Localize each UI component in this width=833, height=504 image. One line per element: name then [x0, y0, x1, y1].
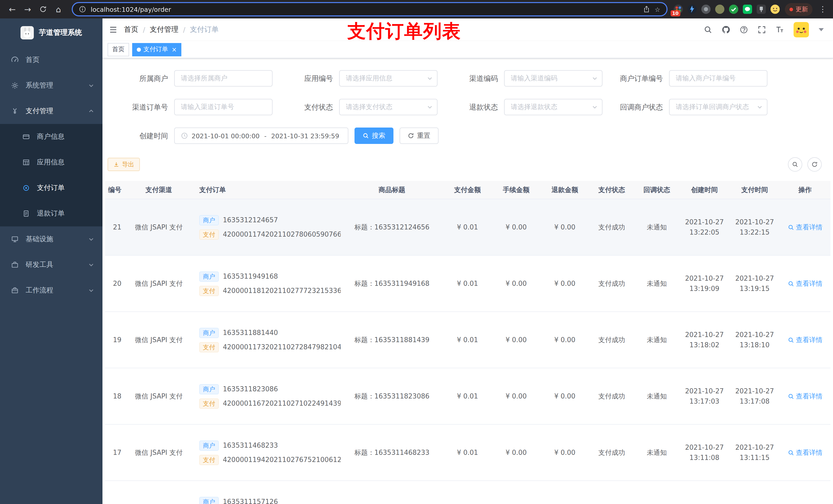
export-button[interactable]: 导出 [108, 158, 140, 171]
browser-back-icon[interactable]: ← [5, 2, 20, 16]
address-bar[interactable]: localhost:1024/pay/order ☆ [72, 2, 668, 16]
active-dot-icon [137, 47, 141, 51]
table-row[interactable]: 19 微信 JSAPI 支付 商户 1635311881440 支付 42000… [105, 312, 830, 368]
channel-order-no: 4200001174202110278060590766 [223, 231, 341, 238]
create-time-range-picker[interactable]: 2021-10-01 00:00:00 - 2021-10-31 23:59:5… [174, 127, 348, 144]
browser-menu-icon[interactable]: ⋮ [818, 5, 828, 14]
merchant-tag: 商户 [199, 271, 219, 282]
merchant-order-line: 商户 1635311881440 [199, 328, 278, 338]
action-cell: 查看详情 [780, 279, 830, 288]
pay-order-cell: 商户 1635312124657 支付 42000011742021102780… [192, 215, 341, 239]
app-logo[interactable]: 芋道管理系统 [0, 19, 102, 47]
pay-tag: 支付 [199, 342, 219, 352]
sidebar-item-dev-tools[interactable]: 研发工具 [0, 252, 102, 278]
pay-time: 2021-10-27 13:11:15 [730, 442, 780, 463]
extension-icon-gray[interactable] [701, 5, 711, 14]
merchant-order-line: 商户 1635312124657 [199, 215, 278, 225]
browser-profile-avatar[interactable] [770, 5, 780, 14]
pay-status-select[interactable]: 请选择支付状态 [339, 99, 437, 115]
pay-status: 支付成功 [589, 279, 634, 288]
extension-icon-blue-spark[interactable] [688, 5, 697, 14]
extension-icon-palette[interactable]: 10 [674, 5, 683, 14]
pay-time: 2021-10-27 13:19:15 [730, 273, 780, 294]
filter-label: 支付状态 [272, 99, 339, 115]
breadcrumb-home[interactable]: 首页 [124, 25, 138, 34]
url-text[interactable]: localhost:1024/pay/order [91, 5, 638, 13]
chevron-down-icon [592, 75, 598, 81]
table-row[interactable]: 18 微信 JSAPI 支付 商户 1635311823086 支付 42000… [105, 368, 830, 425]
extension-icon-olive[interactable] [715, 5, 724, 14]
col-header-create-time: 创建时间 [679, 185, 730, 194]
sidebar-item-refund-order[interactable]: 退款订单 [0, 201, 102, 226]
fullscreen-icon[interactable] [758, 26, 766, 34]
notify-status-select[interactable]: 请选择订单回调商户状态 [669, 99, 767, 115]
view-detail-link[interactable]: 查看详情 [788, 391, 823, 401]
view-detail-link[interactable]: 查看详情 [788, 448, 823, 457]
browser-update-button[interactable]: 更新 [785, 3, 812, 16]
extension-icon-green-check[interactable] [729, 5, 738, 14]
filter-row-1: 所属商户 请选择所属商户 应用编号 请选择应用信息 渠道编码 请输入渠道编码 商… [108, 70, 833, 87]
tab-pay-order[interactable]: 支付订单 × [132, 43, 181, 56]
github-icon[interactable] [722, 26, 730, 34]
col-header-pay-time: 支付时间 [730, 185, 780, 194]
table-row[interactable]: 17 微信 JSAPI 支付 商户 1635311468233 支付 42000… [105, 425, 830, 481]
date-start-value[interactable]: 2021-10-01 00:00:00 [192, 132, 260, 140]
refund-status-select[interactable]: 请选择退款状态 [504, 99, 602, 115]
filter-label: 应用编号 [272, 70, 339, 87]
browser-reload-icon[interactable] [36, 2, 50, 16]
font-size-icon[interactable] [776, 26, 784, 34]
view-detail-link[interactable]: 查看详情 [788, 279, 823, 288]
table-row[interactable]: 21 微信 JSAPI 支付 商户 1635312124657 支付 42000… [105, 199, 830, 256]
search-button[interactable]: 搜索 [355, 127, 394, 144]
user-avatar[interactable] [793, 22, 809, 38]
sidebar-item-pay-order[interactable]: 支付订单 [0, 175, 102, 201]
pay-channel: 微信 JSAPI 支付 [125, 391, 192, 401]
sidebar-item-system[interactable]: 系统管理 [0, 73, 102, 98]
close-icon[interactable]: × [172, 46, 177, 53]
browser-forward-icon[interactable]: → [21, 2, 35, 16]
sidebar-item-pay[interactable]: 支付管理 [0, 98, 102, 124]
pay-time: 2021-10-27 13:18:10 [730, 330, 780, 350]
date-end-value[interactable]: 2021-10-31 23:59:59 [271, 132, 339, 140]
toggle-search-icon[interactable] [788, 157, 802, 172]
chevron-down-icon [427, 75, 433, 81]
merchant-input[interactable]: 请选择所属商户 [174, 70, 272, 87]
sidebar-item-app-info[interactable]: 应用信息 [0, 149, 102, 175]
reset-button[interactable]: 重置 [400, 127, 438, 144]
help-icon[interactable] [740, 26, 748, 34]
tab-home[interactable]: 首页 [108, 43, 129, 56]
view-detail-link[interactable]: 查看详情 [788, 222, 823, 232]
avatar-caret-icon[interactable] [819, 28, 824, 31]
sidebar-item-home[interactable]: 首页 [0, 47, 102, 73]
col-header-amount: 支付金额 [443, 185, 492, 194]
tab-label: 首页 [112, 45, 124, 54]
sidebar-item-merchant-info[interactable]: 商户信息 [0, 124, 102, 149]
share-icon[interactable] [643, 6, 650, 13]
breadcrumb: 首页 / 支付管理 / 支付订单 [124, 25, 219, 34]
view-detail-link[interactable]: 查看详情 [788, 335, 823, 344]
breadcrumb-section[interactable]: 支付管理 [150, 25, 178, 34]
sidebar-item-workflow[interactable]: 工作流程 [0, 278, 102, 303]
sidebar-item-infra[interactable]: 基础设施 [0, 226, 102, 252]
order-id: 19 [105, 336, 125, 344]
collapse-menu-icon[interactable] [102, 19, 124, 41]
sidebar-item-label: 首页 [26, 55, 94, 65]
table-row[interactable]: 20 微信 JSAPI 支付 商户 1635311949168 支付 42000… [105, 256, 830, 312]
browser-home-icon[interactable]: ⌂ [51, 2, 66, 16]
channel-code-select[interactable]: 请输入渠道编码 [504, 70, 602, 87]
extension-icon-chat[interactable] [743, 5, 752, 14]
extension-icon-pin[interactable] [757, 5, 766, 14]
search-icon[interactable] [704, 26, 712, 34]
filter-label: 所属商户 [108, 70, 174, 87]
bookmark-star-icon[interactable]: ☆ [655, 5, 660, 13]
action-cell: 查看详情 [780, 335, 830, 344]
refresh-icon[interactable] [807, 157, 822, 172]
app-select[interactable]: 请选择应用信息 [339, 70, 437, 87]
pay-order-line: 支付 4200001181202110277723215336 [199, 286, 341, 296]
merchant-order-no-input[interactable]: 请输入商户订单编号 [669, 70, 767, 87]
channel-order-no-input[interactable]: 请输入渠道订单号 [174, 99, 272, 115]
pay-order-cell: 商户 1635311823086 支付 42000011672021102710… [192, 384, 341, 408]
tags-bar: 首页 支付订单 × [102, 41, 833, 58]
site-info-icon[interactable] [79, 6, 86, 13]
table-row[interactable]: 商户 1635311157126 [105, 481, 830, 504]
